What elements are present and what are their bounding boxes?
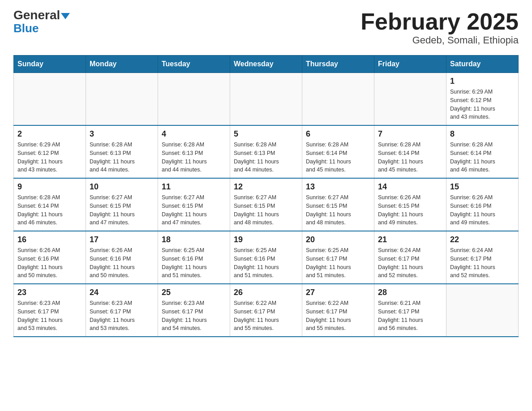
day-info: Sunrise: 6:22 AMSunset: 6:17 PMDaylight:… <box>306 299 370 333</box>
calendar-cell: 25Sunrise: 6:23 AMSunset: 6:17 PMDayligh… <box>158 284 230 337</box>
col-wednesday: Wednesday <box>230 56 302 73</box>
day-info: Sunrise: 6:28 AMSunset: 6:14 PMDaylight:… <box>306 141 370 174</box>
day-number: 23 <box>17 288 82 297</box>
calendar-cell: 8Sunrise: 6:28 AMSunset: 6:14 PMDaylight… <box>446 125 519 178</box>
day-info: Sunrise: 6:27 AMSunset: 6:15 PMDaylight:… <box>162 193 226 227</box>
day-info: Sunrise: 6:26 AMSunset: 6:16 PMDaylight:… <box>450 193 515 227</box>
day-info: Sunrise: 6:27 AMSunset: 6:15 PMDaylight:… <box>306 193 370 227</box>
day-number: 26 <box>234 288 298 297</box>
day-info: Sunrise: 6:28 AMSunset: 6:14 PMDaylight:… <box>378 141 442 174</box>
day-info: Sunrise: 6:28 AMSunset: 6:13 PMDaylight:… <box>162 141 226 174</box>
day-info: Sunrise: 6:28 AMSunset: 6:14 PMDaylight:… <box>17 193 82 227</box>
day-info: Sunrise: 6:25 AMSunset: 6:17 PMDaylight:… <box>306 246 370 280</box>
day-info: Sunrise: 6:23 AMSunset: 6:17 PMDaylight:… <box>17 299 82 333</box>
calendar-cell <box>14 73 86 126</box>
day-number: 27 <box>306 288 370 297</box>
calendar-cell: 18Sunrise: 6:25 AMSunset: 6:16 PMDayligh… <box>158 231 230 284</box>
col-saturday: Saturday <box>446 56 519 73</box>
day-number: 3 <box>90 129 154 139</box>
day-number: 22 <box>450 235 515 244</box>
day-info: Sunrise: 6:27 AMSunset: 6:15 PMDaylight:… <box>234 193 298 227</box>
day-info: Sunrise: 6:27 AMSunset: 6:15 PMDaylight:… <box>90 193 154 227</box>
logo-general-text: General <box>13 9 70 21</box>
day-info: Sunrise: 6:24 AMSunset: 6:17 PMDaylight:… <box>450 246 515 280</box>
col-monday: Monday <box>86 56 158 73</box>
day-number: 11 <box>162 182 226 192</box>
calendar-title: February 2025 <box>360 9 519 34</box>
day-number: 8 <box>450 129 515 139</box>
day-number: 24 <box>90 288 154 297</box>
day-info: Sunrise: 6:26 AMSunset: 6:15 PMDaylight:… <box>378 193 442 227</box>
calendar-cell: 23Sunrise: 6:23 AMSunset: 6:17 PMDayligh… <box>14 284 86 337</box>
calendar-cell: 10Sunrise: 6:27 AMSunset: 6:15 PMDayligh… <box>86 178 158 231</box>
calendar-cell <box>302 73 374 126</box>
day-number: 16 <box>17 235 82 244</box>
calendar-cell: 22Sunrise: 6:24 AMSunset: 6:17 PMDayligh… <box>446 231 519 284</box>
calendar-cell: 6Sunrise: 6:28 AMSunset: 6:14 PMDaylight… <box>302 125 374 178</box>
calendar-cell: 17Sunrise: 6:26 AMSunset: 6:16 PMDayligh… <box>86 231 158 284</box>
calendar-cell: 16Sunrise: 6:26 AMSunset: 6:16 PMDayligh… <box>14 231 86 284</box>
day-info: Sunrise: 6:21 AMSunset: 6:17 PMDaylight:… <box>378 299 442 333</box>
calendar-week-4: 16Sunrise: 6:26 AMSunset: 6:16 PMDayligh… <box>14 231 519 284</box>
day-number: 19 <box>234 235 298 244</box>
day-info: Sunrise: 6:26 AMSunset: 6:16 PMDaylight:… <box>90 246 154 280</box>
col-sunday: Sunday <box>14 56 86 73</box>
day-info: Sunrise: 6:29 AMSunset: 6:12 PMDaylight:… <box>450 88 515 121</box>
calendar-cell: 3Sunrise: 6:28 AMSunset: 6:13 PMDaylight… <box>86 125 158 178</box>
calendar-cell: 24Sunrise: 6:23 AMSunset: 6:17 PMDayligh… <box>86 284 158 337</box>
day-number: 4 <box>162 129 226 139</box>
calendar-cell: 5Sunrise: 6:28 AMSunset: 6:13 PMDaylight… <box>230 125 302 178</box>
calendar-cell: 1Sunrise: 6:29 AMSunset: 6:12 PMDaylight… <box>446 73 519 126</box>
calendar-cell: 11Sunrise: 6:27 AMSunset: 6:15 PMDayligh… <box>158 178 230 231</box>
calendar-cell <box>374 73 446 126</box>
col-tuesday: Tuesday <box>158 56 230 73</box>
day-number: 21 <box>378 235 442 244</box>
day-number: 9 <box>17 182 82 192</box>
day-info: Sunrise: 6:24 AMSunset: 6:17 PMDaylight:… <box>378 246 442 280</box>
day-info: Sunrise: 6:28 AMSunset: 6:13 PMDaylight:… <box>234 141 298 174</box>
day-number: 15 <box>450 182 515 192</box>
calendar-cell <box>230 73 302 126</box>
day-number: 18 <box>162 235 226 244</box>
calendar-cell: 15Sunrise: 6:26 AMSunset: 6:16 PMDayligh… <box>446 178 519 231</box>
day-info: Sunrise: 6:25 AMSunset: 6:16 PMDaylight:… <box>234 246 298 280</box>
calendar-cell <box>158 73 230 126</box>
calendar-cell: 9Sunrise: 6:28 AMSunset: 6:14 PMDaylight… <box>14 178 86 231</box>
page-header: General Blue February 2025 Gedeb, Somali… <box>13 9 519 46</box>
day-info: Sunrise: 6:22 AMSunset: 6:17 PMDaylight:… <box>234 299 298 333</box>
calendar-cell: 27Sunrise: 6:22 AMSunset: 6:17 PMDayligh… <box>302 284 374 337</box>
calendar-cell: 7Sunrise: 6:28 AMSunset: 6:14 PMDaylight… <box>374 125 446 178</box>
day-number: 14 <box>378 182 442 192</box>
day-number: 20 <box>306 235 370 244</box>
day-info: Sunrise: 6:26 AMSunset: 6:16 PMDaylight:… <box>17 246 82 280</box>
calendar-week-1: 1Sunrise: 6:29 AMSunset: 6:12 PMDaylight… <box>14 73 519 126</box>
calendar-cell <box>86 73 158 126</box>
calendar-cell: 19Sunrise: 6:25 AMSunset: 6:16 PMDayligh… <box>230 231 302 284</box>
calendar-header: Sunday Monday Tuesday Wednesday Thursday… <box>14 56 519 73</box>
calendar-body: 1Sunrise: 6:29 AMSunset: 6:12 PMDaylight… <box>14 73 519 337</box>
calendar-table: Sunday Monday Tuesday Wednesday Thursday… <box>13 55 519 337</box>
calendar-cell <box>446 284 519 337</box>
calendar-cell: 4Sunrise: 6:28 AMSunset: 6:13 PMDaylight… <box>158 125 230 178</box>
day-info: Sunrise: 6:23 AMSunset: 6:17 PMDaylight:… <box>162 299 226 333</box>
calendar-subtitle: Gedeb, Somali, Ethiopia <box>360 34 519 46</box>
day-number: 17 <box>90 235 154 244</box>
calendar-cell: 14Sunrise: 6:26 AMSunset: 6:15 PMDayligh… <box>374 178 446 231</box>
day-number: 7 <box>378 129 442 139</box>
calendar-cell: 2Sunrise: 6:29 AMSunset: 6:12 PMDaylight… <box>14 125 86 178</box>
logo-blue-text: Blue <box>13 21 39 35</box>
calendar-week-2: 2Sunrise: 6:29 AMSunset: 6:12 PMDaylight… <box>14 125 519 178</box>
day-info: Sunrise: 6:28 AMSunset: 6:13 PMDaylight:… <box>90 141 154 174</box>
day-info: Sunrise: 6:25 AMSunset: 6:16 PMDaylight:… <box>162 246 226 280</box>
day-number: 13 <box>306 182 370 192</box>
day-number: 1 <box>450 77 515 86</box>
day-info: Sunrise: 6:29 AMSunset: 6:12 PMDaylight:… <box>17 141 82 174</box>
day-number: 6 <box>306 129 370 139</box>
calendar-week-5: 23Sunrise: 6:23 AMSunset: 6:17 PMDayligh… <box>14 284 519 337</box>
calendar-cell: 12Sunrise: 6:27 AMSunset: 6:15 PMDayligh… <box>230 178 302 231</box>
header-row: Sunday Monday Tuesday Wednesday Thursday… <box>14 56 519 73</box>
calendar-cell: 26Sunrise: 6:22 AMSunset: 6:17 PMDayligh… <box>230 284 302 337</box>
day-number: 2 <box>17 129 82 139</box>
day-number: 28 <box>378 288 442 297</box>
calendar-cell: 21Sunrise: 6:24 AMSunset: 6:17 PMDayligh… <box>374 231 446 284</box>
